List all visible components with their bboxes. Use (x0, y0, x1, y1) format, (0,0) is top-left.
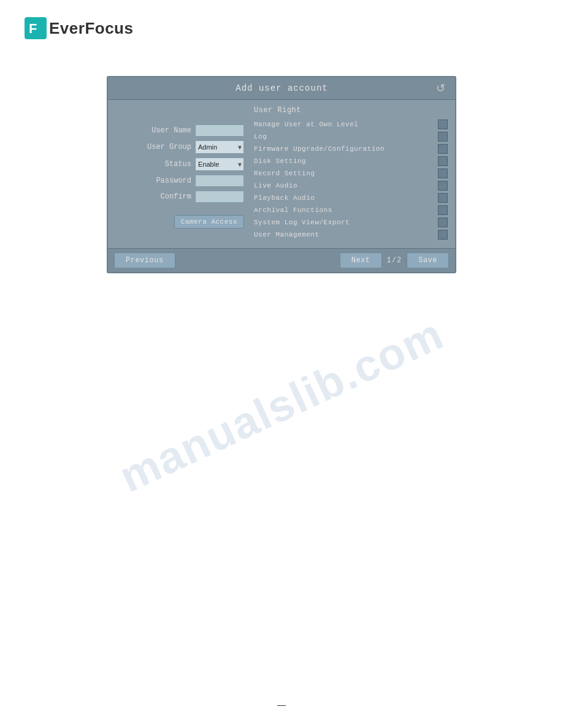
next-button[interactable]: Next (340, 252, 382, 268)
permission-checkbox-disk[interactable] (438, 156, 448, 166)
add-user-dialog: Add user account ↺ User Name User Group … (107, 76, 456, 273)
logo-focus: Focus (85, 19, 133, 37)
password-label: Password (142, 176, 191, 185)
password-row: Password (115, 175, 244, 187)
permission-label-live-audio: Live Audio (254, 182, 438, 189)
camera-access-button[interactable]: Camera Access (174, 215, 244, 229)
watermark: manualslib.com (112, 308, 451, 502)
permission-row-playback-audio: Playback Audio (254, 193, 448, 203)
left-panel: User Name User Group Admin Operator View… (115, 106, 244, 242)
user-right-title: User Right (254, 106, 448, 115)
footer-right: Next 1/2 Save (340, 252, 449, 268)
status-row: Status Enable Disable ▼ (115, 157, 244, 171)
dialog-wrapper: Add user account ↺ User Name User Group … (0, 51, 563, 273)
confirm-row: Confirm (115, 191, 244, 203)
permission-row-manage-user: Manage User at Own Level (254, 119, 448, 129)
permission-label-archival: Archival Functions (254, 207, 438, 214)
permission-label-log: Log (254, 133, 438, 140)
permission-row-disk: Disk Setting (254, 156, 448, 166)
permission-label-playback-audio: Playback Audio (254, 194, 438, 202)
page-indicator: 1/2 (387, 256, 402, 265)
permission-row-user-mgmt: User Management (254, 230, 448, 240)
page-number: — (277, 700, 286, 710)
camera-access-row: Camera Access (115, 209, 244, 229)
permission-row-record: Record Setting (254, 169, 448, 178)
permission-checkbox-record[interactable] (438, 169, 448, 178)
user-group-label: User Group (142, 143, 191, 151)
back-button[interactable]: ↺ (434, 82, 448, 95)
permission-row-system-log: System Log View/Export (254, 218, 448, 227)
logo-ever: Ever (49, 19, 85, 37)
status-label: Status (142, 160, 191, 169)
permission-checkbox-live-audio[interactable] (438, 181, 448, 191)
dialog-body: User Name User Group Admin Operator View… (108, 100, 455, 248)
right-panel: User Right Manage User at Own Level Log … (244, 106, 448, 242)
permission-checkbox-user-mgmt[interactable] (438, 230, 448, 240)
svg-text:F: F (29, 21, 37, 36)
permission-label-manage-user: Manage User at Own Level (254, 121, 438, 128)
permission-label-disk: Disk Setting (254, 157, 438, 165)
confirm-label: Confirm (142, 192, 191, 201)
confirm-input[interactable] (195, 191, 244, 203)
status-select[interactable]: Enable Disable (195, 157, 244, 171)
permission-checkbox-firmware[interactable] (438, 144, 448, 154)
user-group-row: User Group Admin Operator Viewer ▼ (115, 140, 244, 154)
permission-label-system-log: System Log View/Export (254, 219, 438, 226)
permission-label-record: Record Setting (254, 170, 438, 177)
permission-checkbox-log[interactable] (438, 132, 448, 142)
everfocus-logo-icon: F (25, 17, 47, 39)
permission-checkbox-archival[interactable] (438, 205, 448, 215)
save-button[interactable]: Save (407, 252, 449, 268)
permission-row-archival: Archival Functions (254, 205, 448, 215)
previous-button[interactable]: Previous (114, 252, 175, 268)
permission-row-firmware: Firmware Upgrade/Configuration (254, 144, 448, 154)
status-select-wrapper: Enable Disable ▼ (195, 157, 244, 171)
dialog-footer: Previous Next 1/2 Save (108, 248, 455, 272)
permission-label-user-mgmt: User Management (254, 231, 438, 238)
user-name-input[interactable] (195, 124, 244, 137)
permission-checkbox-playback-audio[interactable] (438, 193, 448, 203)
password-input[interactable] (195, 175, 244, 187)
logo-area: F EverFocus (0, 0, 563, 51)
user-group-select[interactable]: Admin Operator Viewer (195, 140, 244, 154)
dialog-title-bar: Add user account ↺ (108, 77, 455, 100)
user-name-label: User Name (142, 126, 191, 135)
permission-checkbox-manage-user[interactable] (438, 119, 448, 129)
permission-row-live-audio: Live Audio (254, 181, 448, 191)
dialog-title: Add user account (130, 83, 434, 93)
user-name-row: User Name (115, 124, 244, 137)
permission-checkbox-system-log[interactable] (438, 218, 448, 227)
permission-label-firmware: Firmware Upgrade/Configuration (254, 145, 438, 153)
logo-text: EverFocus (49, 19, 133, 38)
permission-row-log: Log (254, 132, 448, 142)
user-group-select-wrapper: Admin Operator Viewer ▼ (195, 140, 244, 154)
